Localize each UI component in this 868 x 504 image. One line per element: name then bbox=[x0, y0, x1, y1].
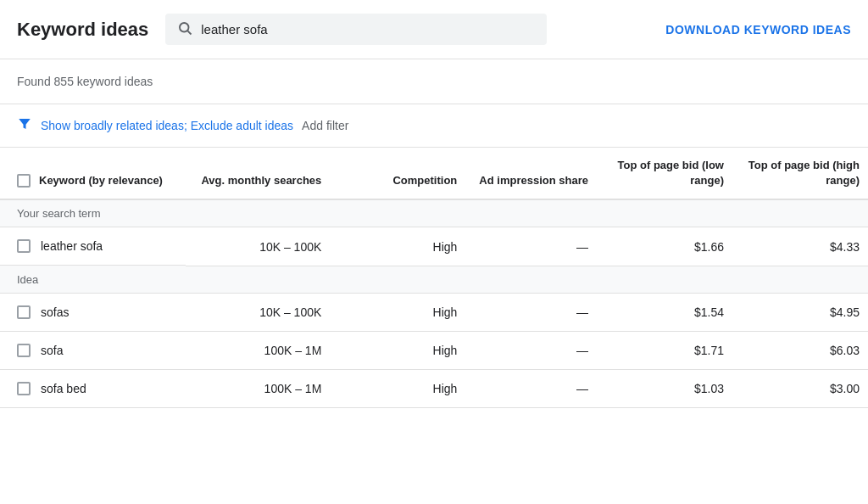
download-button[interactable]: DOWNLOAD KEYWORD IDEAS bbox=[665, 23, 851, 36]
add-filter-button[interactable]: Add filter bbox=[302, 119, 348, 132]
bid-low-cell: $1.71 bbox=[597, 332, 732, 370]
keyword-cell: sofa bed bbox=[0, 370, 186, 408]
keyword-cell: sofa bbox=[0, 332, 186, 370]
avg-monthly-cell: 100K – 1M bbox=[186, 370, 331, 408]
table-header-row: Keyword (by relevance) Avg. monthly sear… bbox=[0, 148, 868, 199]
row-checkbox[interactable] bbox=[17, 305, 31, 319]
col-header-bid-low: Top of page bid (low range) bbox=[597, 148, 732, 199]
svg-point-0 bbox=[180, 23, 189, 32]
impression-share-cell: — bbox=[465, 370, 597, 408]
col-header-bid-high: Top of page bid (high range) bbox=[732, 148, 868, 199]
filter-link[interactable]: Show broadly related ideas; Exclude adul… bbox=[41, 119, 293, 132]
bid-low-cell: $1.54 bbox=[597, 293, 732, 332]
competition-cell: High bbox=[330, 227, 465, 266]
table-row: sofa bed 100K – 1M High — $1.03 $3.00 bbox=[0, 370, 868, 408]
search-value: leather sofa bbox=[201, 22, 267, 36]
page-title: Keyword ideas bbox=[17, 19, 148, 41]
table-row: sofas 10K – 100K High — $1.54 $4.95 bbox=[0, 293, 868, 332]
keyword-value: sofas bbox=[41, 305, 69, 319]
table-section-header: Idea bbox=[0, 266, 868, 293]
bid-low-cell: $1.66 bbox=[597, 227, 732, 266]
avg-monthly-cell: 100K – 1M bbox=[186, 332, 331, 370]
filter-icon bbox=[17, 116, 32, 135]
col-header-impression: Ad impression share bbox=[465, 148, 597, 199]
search-icon bbox=[177, 20, 192, 38]
page-header: Keyword ideas leather sofa DOWNLOAD KEYW… bbox=[0, 0, 868, 59]
bid-high-cell: $3.00 bbox=[732, 370, 868, 408]
keywords-table: Keyword (by relevance) Avg. monthly sear… bbox=[0, 148, 868, 408]
col-header-avg: Avg. monthly searches bbox=[186, 148, 331, 199]
keyword-cell: sofas bbox=[0, 294, 186, 332]
impression-share-cell: — bbox=[465, 332, 597, 370]
keyword-value: sofa bbox=[41, 344, 63, 357]
impression-share-cell: — bbox=[465, 227, 597, 266]
select-all-checkbox[interactable] bbox=[17, 174, 31, 188]
bid-low-cell: $1.03 bbox=[597, 370, 732, 408]
col-header-competition: Competition bbox=[330, 148, 465, 199]
competition-cell: High bbox=[330, 293, 465, 332]
table-row: sofa 100K – 1M High — $1.71 $6.03 bbox=[0, 332, 868, 370]
result-count: Found 855 keyword ideas bbox=[0, 59, 868, 104]
row-checkbox[interactable] bbox=[17, 239, 31, 253]
impression-share-cell: — bbox=[465, 293, 597, 332]
filter-row: Show broadly related ideas; Exclude adul… bbox=[0, 104, 868, 148]
bid-high-cell: $4.33 bbox=[732, 227, 868, 266]
competition-cell: High bbox=[330, 332, 465, 370]
keyword-cell: leather sofa bbox=[0, 227, 186, 266]
keyword-value: leather sofa bbox=[41, 239, 103, 253]
col-header-keyword: Keyword (by relevance) bbox=[0, 148, 186, 199]
bid-high-cell: $6.03 bbox=[732, 332, 868, 370]
search-box[interactable]: leather sofa bbox=[165, 14, 547, 45]
row-checkbox[interactable] bbox=[17, 344, 31, 357]
keyword-value: sofa bed bbox=[41, 382, 86, 395]
avg-monthly-cell: 10K – 100K bbox=[186, 227, 331, 266]
svg-line-1 bbox=[188, 31, 192, 34]
table-row: leather sofa 10K – 100K High — $1.66 $4.… bbox=[0, 227, 868, 266]
row-checkbox[interactable] bbox=[17, 382, 31, 395]
bid-high-cell: $4.95 bbox=[732, 293, 868, 332]
avg-monthly-cell: 10K – 100K bbox=[186, 293, 331, 332]
competition-cell: High bbox=[330, 370, 465, 408]
table-section-header: Your search term bbox=[0, 199, 868, 227]
